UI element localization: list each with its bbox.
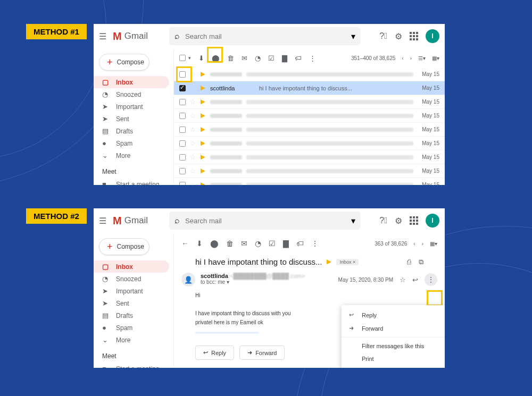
- mail-row[interactable]: ☆⯈May 15: [174, 68, 445, 81]
- more-icon[interactable]: ⋮: [309, 54, 316, 62]
- back-icon[interactable]: ←: [181, 239, 189, 248]
- meet-item[interactable]: ■Start a meeting: [94, 178, 169, 185]
- compose-button[interactable]: + Compose: [99, 238, 149, 255]
- labels-icon[interactable]: 🏷: [295, 54, 302, 62]
- delete-icon[interactable]: 🗑: [226, 239, 234, 248]
- important-icon[interactable]: ⯈: [200, 140, 206, 147]
- support-icon[interactable]: ?⃝: [379, 31, 387, 41]
- mail-row[interactable]: ☆⯈May 15: [174, 123, 445, 137]
- mark-unread-icon[interactable]: ✉: [241, 239, 247, 248]
- reply-button[interactable]: ↩Reply: [195, 346, 234, 360]
- input-tools-icon[interactable]: ▦▾: [432, 55, 439, 61]
- important-icon[interactable]: ⯈: [200, 127, 206, 133]
- row-checkbox[interactable]: [179, 168, 186, 174]
- gmail-logo[interactable]: M Gmail: [113, 30, 148, 43]
- support-icon[interactable]: ?⃝: [379, 216, 387, 225]
- snooze-icon[interactable]: ◔: [255, 54, 261, 62]
- row-checkbox[interactable]: [179, 85, 186, 91]
- print-icon[interactable]: ⎙: [407, 258, 411, 266]
- star-icon[interactable]: ☆: [190, 167, 196, 175]
- select-dropdown-icon[interactable]: ▾: [188, 55, 191, 61]
- apps-icon[interactable]: [410, 32, 418, 40]
- search-input[interactable]: [185, 32, 346, 40]
- sidebar-item-important[interactable]: ➤Important: [94, 285, 169, 297]
- important-icon[interactable]: ⯈: [200, 168, 206, 174]
- sidebar-item-snoozed[interactable]: ◔Snoozed: [94, 273, 169, 285]
- account-avatar[interactable]: I: [426, 29, 439, 43]
- mail-row[interactable]: ☆⯈May 15: [174, 164, 445, 178]
- mark-read-icon[interactable]: ✉: [242, 54, 247, 62]
- star-icon[interactable]: ☆: [190, 71, 196, 78]
- sidebar-item-sent[interactable]: ➤Sent: [94, 297, 169, 309]
- report-spam-icon[interactable]: ⬤: [212, 54, 220, 62]
- sidebar-item-drafts[interactable]: ▤Drafts: [94, 125, 169, 137]
- sidebar-item-inbox[interactable]: ▢Inbox: [94, 260, 169, 273]
- more-icon[interactable]: ⋮: [311, 239, 319, 248]
- archive-icon[interactable]: ⬇: [198, 54, 204, 62]
- prev-page-icon[interactable]: ‹: [402, 55, 403, 61]
- sidebar-item-drafts[interactable]: ▤Drafts: [94, 309, 169, 322]
- important-icon[interactable]: ⯈: [200, 182, 206, 186]
- important-icon[interactable]: ⯈: [326, 259, 332, 265]
- sidebar-item-snoozed[interactable]: ◔Snoozed: [94, 88, 169, 100]
- sidebar-item-spam[interactable]: ●Spam: [94, 137, 169, 149]
- row-checkbox[interactable]: [179, 127, 186, 133]
- star-icon[interactable]: ☆: [190, 181, 196, 186]
- star-icon[interactable]: ☆: [190, 140, 196, 147]
- important-icon[interactable]: ⯈: [200, 71, 206, 78]
- important-icon[interactable]: ⯈: [200, 113, 206, 119]
- sidebar-item-inbox[interactable]: ▢Inbox: [94, 76, 169, 88]
- archive-icon[interactable]: ⬇: [196, 239, 203, 248]
- important-icon[interactable]: ⯈: [200, 99, 206, 105]
- apps-icon[interactable]: [410, 216, 418, 225]
- move-icon[interactable]: ▇: [282, 54, 287, 62]
- meet-item[interactable]: ■Start a meeting: [94, 363, 169, 368]
- row-checkbox[interactable]: [179, 154, 186, 161]
- sidebar-item-important[interactable]: ➤Important: [94, 100, 169, 113]
- sidebar-item-sent[interactable]: ➤Sent: [94, 113, 169, 125]
- snooze-icon[interactable]: ◔: [255, 239, 261, 248]
- mail-row[interactable]: ☆⯈May 15: [174, 150, 445, 164]
- compose-button[interactable]: + Compose: [99, 54, 149, 71]
- settings-icon[interactable]: ⚙: [395, 216, 402, 226]
- row-checkbox[interactable]: [179, 182, 186, 186]
- dropdown-icon[interactable]: ▾: [351, 31, 355, 41]
- sidebar-item-more[interactable]: ⌄More: [94, 149, 169, 162]
- mail-row[interactable]: ☆⯈May 15: [174, 109, 445, 123]
- labels-icon[interactable]: 🏷: [296, 239, 304, 248]
- search-input[interactable]: [185, 217, 346, 225]
- star-icon[interactable]: ☆: [190, 85, 196, 92]
- open-new-window-icon[interactable]: ⧉: [419, 258, 423, 266]
- mail-row[interactable]: ☆⯈May 15: [174, 178, 445, 185]
- menu-item[interactable]: ➜Forward: [342, 322, 445, 335]
- move-icon[interactable]: ▇: [283, 239, 289, 248]
- menu-item[interactable]: Print: [342, 352, 445, 365]
- star-icon[interactable]: ☆: [190, 112, 196, 120]
- gmail-logo[interactable]: M Gmail: [113, 215, 148, 227]
- mail-row[interactable]: ☆⯈scottlindahi I have impotant thing to …: [174, 81, 445, 95]
- input-tools-icon[interactable]: ▦▾: [430, 241, 437, 247]
- forward-button[interactable]: ➜Forward: [239, 346, 285, 360]
- search-bar[interactable]: ⌕ ▾: [169, 212, 361, 230]
- density-icon[interactable]: ☰▾: [418, 55, 426, 61]
- row-checkbox[interactable]: [179, 99, 186, 105]
- menu-icon[interactable]: ☰: [99, 216, 107, 226]
- menu-item[interactable]: Filter messages like this: [342, 340, 445, 352]
- dropdown-icon[interactable]: ▾: [351, 216, 355, 226]
- select-all-checkbox[interactable]: [179, 55, 186, 61]
- add-task-icon[interactable]: ☑: [268, 54, 275, 62]
- next-icon[interactable]: ›: [422, 241, 423, 247]
- sidebar-item-more[interactable]: ⌄More: [94, 334, 169, 346]
- menu-icon[interactable]: ☰: [99, 31, 107, 41]
- prev-icon[interactable]: ‹: [413, 241, 415, 247]
- report-spam-icon[interactable]: ⬤: [210, 239, 219, 248]
- settings-icon[interactable]: ⚙: [395, 31, 402, 41]
- to-line[interactable]: to bcc: me ▾: [201, 279, 305, 285]
- mail-row[interactable]: ☆⯈May 15: [174, 95, 445, 109]
- row-checkbox[interactable]: [179, 113, 186, 119]
- mail-row[interactable]: ☆⯈May 15: [174, 137, 445, 150]
- row-checkbox[interactable]: [179, 71, 186, 78]
- next-page-icon[interactable]: ›: [410, 55, 412, 61]
- important-icon[interactable]: ⯈: [200, 85, 206, 91]
- row-checkbox[interactable]: [179, 140, 186, 147]
